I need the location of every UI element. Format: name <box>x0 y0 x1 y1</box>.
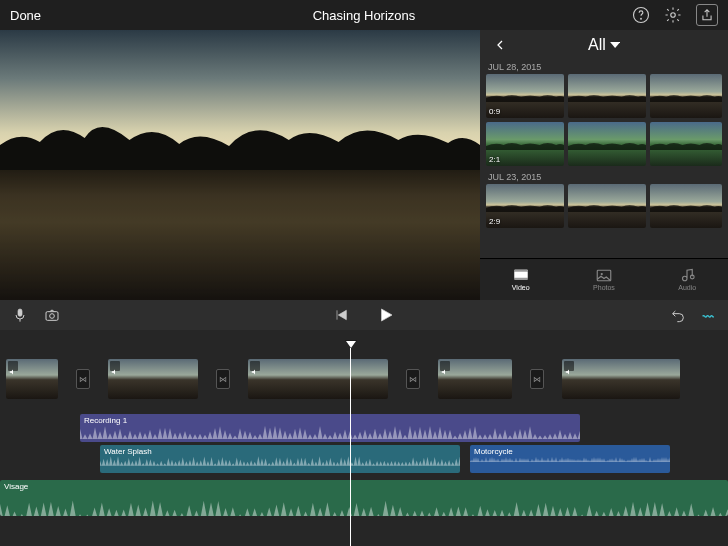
microphone-icon[interactable] <box>12 307 28 323</box>
transition-icon[interactable]: ⋈ <box>76 369 90 389</box>
media-clip-thumb[interactable] <box>568 184 646 228</box>
volume-icon <box>565 362 573 370</box>
audio-clip-label: Visage <box>4 482 28 491</box>
audio-settings-icon[interactable] <box>700 307 716 323</box>
upper-panel: All JUL 28, 20150:92:1JUL 23, 20152:9 Vi… <box>0 30 728 300</box>
media-clip-thumb[interactable]: 2:1 <box>486 122 564 166</box>
media-tab-video[interactable]: Video <box>512 268 530 291</box>
svg-rect-5 <box>514 278 528 280</box>
volume-icon <box>441 362 449 370</box>
media-clip-thumb[interactable] <box>650 184 722 228</box>
media-tab-label: Audio <box>678 284 696 291</box>
play-icon[interactable] <box>377 306 395 324</box>
help-icon[interactable] <box>632 6 650 24</box>
waveform <box>80 424 580 442</box>
audio-icon <box>678 268 696 282</box>
settings-icon[interactable] <box>664 6 682 24</box>
svg-point-1 <box>641 18 642 19</box>
top-toolbar: Done Chasing Horizons <box>0 0 728 30</box>
done-button[interactable]: Done <box>10 8 41 23</box>
transition-icon[interactable]: ⋈ <box>406 369 420 389</box>
media-browser: All JUL 28, 20150:92:1JUL 23, 20152:9 Vi… <box>480 30 728 300</box>
timeline-audio-clip[interactable]: Motorcycle <box>470 445 670 473</box>
media-tab-photos[interactable]: Photos <box>593 268 615 291</box>
media-clip-thumb[interactable] <box>568 122 646 166</box>
browser-back-icon[interactable] <box>494 37 506 53</box>
photos-icon <box>595 268 613 282</box>
media-filter-dropdown[interactable]: All <box>588 36 620 54</box>
waveform <box>470 455 670 473</box>
svg-rect-4 <box>514 270 528 272</box>
volume-icon <box>251 362 259 370</box>
timeline-video-clip[interactable] <box>248 359 388 399</box>
media-clip-thumb[interactable] <box>650 122 722 166</box>
media-clip-thumb[interactable] <box>568 74 646 118</box>
timeline-video-clip[interactable] <box>108 359 198 399</box>
media-type-tabs: VideoPhotosAudio <box>480 258 728 300</box>
timeline-video-clip[interactable] <box>562 359 680 399</box>
svg-point-7 <box>601 273 603 275</box>
skip-back-icon[interactable] <box>333 307 349 323</box>
media-tab-audio[interactable]: Audio <box>678 268 696 291</box>
share-icon[interactable] <box>696 4 718 26</box>
svg-point-2 <box>671 13 676 18</box>
transition-icon[interactable]: ⋈ <box>530 369 544 389</box>
clip-duration: 2:1 <box>489 155 500 164</box>
svg-rect-9 <box>18 309 22 316</box>
timeline-audio-clip[interactable]: Visage <box>0 480 728 516</box>
project-title: Chasing Horizons <box>313 8 416 23</box>
waveform <box>100 455 460 473</box>
undo-icon[interactable] <box>670 307 686 323</box>
waveform <box>0 498 728 516</box>
media-clip-thumb[interactable] <box>650 74 722 118</box>
media-date-label: JUL 23, 2015 <box>486 170 722 184</box>
clip-duration: 0:9 <box>489 107 500 116</box>
media-clip-thumb[interactable]: 2:9 <box>486 184 564 228</box>
svg-point-11 <box>50 314 55 319</box>
chevron-down-icon <box>610 36 620 54</box>
timeline-audio-clip[interactable]: Recording 1 <box>80 414 580 442</box>
video-preview[interactable] <box>0 30 480 300</box>
playback-controls <box>0 300 728 330</box>
svg-rect-10 <box>46 312 58 321</box>
media-filter-label: All <box>588 36 606 54</box>
media-tab-label: Photos <box>593 284 615 291</box>
clip-duration: 2:9 <box>489 217 500 226</box>
timeline-audio-clip[interactable]: Water Splash <box>100 445 460 473</box>
volume-icon <box>111 362 119 370</box>
media-tab-label: Video <box>512 284 530 291</box>
timeline[interactable]: ⋈⋈⋈⋈ Recording 1Water SplashMotorcycleVi… <box>0 330 728 546</box>
camera-icon[interactable] <box>44 307 60 323</box>
volume-icon <box>9 362 17 370</box>
timeline-video-clip[interactable] <box>6 359 58 399</box>
timeline-video-clip[interactable] <box>438 359 512 399</box>
svg-point-8 <box>691 275 695 279</box>
playhead[interactable] <box>350 348 351 546</box>
video-track[interactable]: ⋈⋈⋈⋈ <box>0 358 728 400</box>
video-icon <box>512 268 530 282</box>
transition-icon[interactable]: ⋈ <box>216 369 230 389</box>
media-clip-thumb[interactable]: 0:9 <box>486 74 564 118</box>
media-date-label: JUL 28, 2015 <box>486 60 722 74</box>
